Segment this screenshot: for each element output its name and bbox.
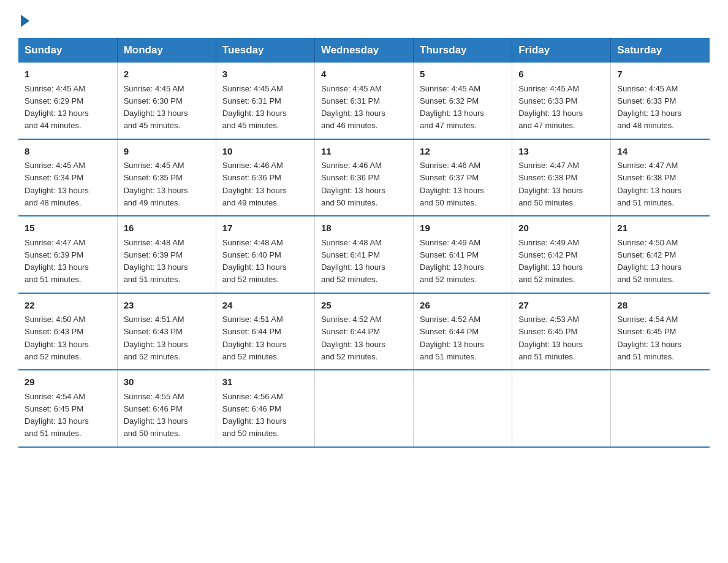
day-info: Sunrise: 4:49 AMSunset: 6:41 PMDaylight:… (420, 238, 484, 285)
calendar-cell: 2Sunrise: 4:45 AMSunset: 6:30 PMDaylight… (117, 63, 216, 139)
calendar-cell: 23Sunrise: 4:51 AMSunset: 6:43 PMDayligh… (117, 293, 216, 370)
day-info: Sunrise: 4:47 AMSunset: 6:38 PMDaylight:… (617, 161, 681, 207)
header-monday: Monday (117, 38, 216, 63)
day-number: 13 (518, 145, 604, 159)
day-info: Sunrise: 4:46 AMSunset: 6:37 PMDaylight:… (420, 161, 484, 207)
calendar-cell: 3Sunrise: 4:45 AMSunset: 6:31 PMDaylight… (216, 63, 314, 139)
day-info: Sunrise: 4:52 AMSunset: 6:44 PMDaylight:… (321, 315, 385, 361)
calendar-header-row: SundayMondayTuesdayWednesdayThursdayFrid… (18, 38, 710, 63)
header-tuesday: Tuesday (216, 38, 314, 63)
day-info: Sunrise: 4:50 AMSunset: 6:43 PMDaylight:… (25, 315, 89, 361)
calendar-cell: 16Sunrise: 4:48 AMSunset: 6:39 PMDayligh… (117, 216, 216, 293)
header-sunday: Sunday (18, 38, 117, 63)
day-number: 21 (617, 221, 703, 236)
day-number: 5 (420, 67, 506, 82)
calendar-cell: 8Sunrise: 4:45 AMSunset: 6:34 PMDaylight… (18, 139, 117, 216)
day-number: 17 (222, 221, 308, 236)
calendar-cell: 9Sunrise: 4:45 AMSunset: 6:35 PMDaylight… (117, 139, 216, 216)
day-number: 31 (222, 375, 308, 389)
day-number: 29 (25, 375, 111, 389)
day-info: Sunrise: 4:45 AMSunset: 6:32 PMDaylight:… (420, 84, 484, 131)
calendar-week-row: 1Sunrise: 4:45 AMSunset: 6:29 PMDaylight… (18, 63, 710, 139)
day-info: Sunrise: 4:45 AMSunset: 6:30 PMDaylight:… (124, 84, 188, 131)
day-info: Sunrise: 4:45 AMSunset: 6:29 PMDaylight:… (25, 84, 89, 131)
day-info: Sunrise: 4:54 AMSunset: 6:45 PMDaylight:… (617, 315, 681, 361)
day-number: 14 (617, 145, 703, 159)
calendar-cell: 1Sunrise: 4:45 AMSunset: 6:29 PMDaylight… (18, 63, 117, 139)
day-number: 23 (124, 299, 210, 313)
day-number: 19 (420, 221, 506, 236)
day-number: 20 (518, 221, 604, 236)
calendar-cell: 12Sunrise: 4:46 AMSunset: 6:37 PMDayligh… (414, 139, 512, 216)
day-number: 18 (321, 221, 407, 236)
day-info: Sunrise: 4:48 AMSunset: 6:41 PMDaylight:… (321, 238, 385, 285)
day-info: Sunrise: 4:48 AMSunset: 6:40 PMDaylight:… (222, 238, 287, 285)
page-header (18, 12, 710, 27)
calendar-cell: 25Sunrise: 4:52 AMSunset: 6:44 PMDayligh… (314, 293, 413, 370)
calendar-cell: 27Sunrise: 4:53 AMSunset: 6:45 PMDayligh… (512, 293, 611, 370)
day-number: 27 (518, 299, 604, 313)
calendar-cell (314, 370, 413, 447)
day-number: 2 (124, 67, 210, 82)
day-info: Sunrise: 4:45 AMSunset: 6:31 PMDaylight:… (222, 84, 287, 131)
day-info: Sunrise: 4:51 AMSunset: 6:44 PMDaylight:… (222, 315, 287, 361)
calendar-cell: 26Sunrise: 4:52 AMSunset: 6:44 PMDayligh… (414, 293, 512, 370)
day-info: Sunrise: 4:45 AMSunset: 6:34 PMDaylight:… (25, 161, 89, 207)
day-number: 3 (222, 67, 308, 82)
calendar-week-row: 29Sunrise: 4:54 AMSunset: 6:45 PMDayligh… (18, 370, 710, 447)
day-number: 1 (25, 67, 111, 82)
logo (18, 12, 29, 27)
calendar-week-row: 15Sunrise: 4:47 AMSunset: 6:39 PMDayligh… (18, 216, 710, 293)
calendar-cell: 24Sunrise: 4:51 AMSunset: 6:44 PMDayligh… (216, 293, 314, 370)
day-info: Sunrise: 4:54 AMSunset: 6:45 PMDaylight:… (25, 392, 89, 439)
calendar-week-row: 8Sunrise: 4:45 AMSunset: 6:34 PMDaylight… (18, 139, 710, 216)
calendar-cell: 19Sunrise: 4:49 AMSunset: 6:41 PMDayligh… (414, 216, 512, 293)
day-number: 12 (420, 145, 506, 159)
day-number: 16 (124, 221, 210, 236)
header-friday: Friday (512, 38, 611, 63)
day-number: 6 (518, 67, 604, 82)
header-saturday: Saturday (611, 38, 710, 63)
day-info: Sunrise: 4:47 AMSunset: 6:39 PMDaylight:… (25, 238, 89, 285)
calendar-cell: 17Sunrise: 4:48 AMSunset: 6:40 PMDayligh… (216, 216, 314, 293)
calendar-cell: 15Sunrise: 4:47 AMSunset: 6:39 PMDayligh… (18, 216, 117, 293)
day-number: 24 (222, 299, 308, 313)
day-info: Sunrise: 4:45 AMSunset: 6:35 PMDaylight:… (124, 161, 188, 207)
calendar-week-row: 22Sunrise: 4:50 AMSunset: 6:43 PMDayligh… (18, 293, 710, 370)
calendar-cell: 22Sunrise: 4:50 AMSunset: 6:43 PMDayligh… (18, 293, 117, 370)
calendar-cell: 21Sunrise: 4:50 AMSunset: 6:42 PMDayligh… (611, 216, 710, 293)
day-number: 10 (222, 145, 308, 159)
calendar-cell: 20Sunrise: 4:49 AMSunset: 6:42 PMDayligh… (512, 216, 611, 293)
calendar-cell (512, 370, 611, 447)
day-number: 7 (617, 67, 703, 82)
calendar-cell: 29Sunrise: 4:54 AMSunset: 6:45 PMDayligh… (18, 370, 117, 447)
day-info: Sunrise: 4:47 AMSunset: 6:38 PMDaylight:… (518, 161, 583, 207)
day-info: Sunrise: 4:45 AMSunset: 6:31 PMDaylight:… (321, 84, 385, 131)
day-number: 8 (25, 145, 111, 159)
day-number: 11 (321, 145, 407, 159)
day-info: Sunrise: 4:52 AMSunset: 6:44 PMDaylight:… (420, 315, 484, 361)
day-info: Sunrise: 4:45 AMSunset: 6:33 PMDaylight:… (518, 84, 583, 131)
day-info: Sunrise: 4:53 AMSunset: 6:45 PMDaylight:… (518, 315, 583, 361)
day-number: 9 (124, 145, 210, 159)
day-info: Sunrise: 4:46 AMSunset: 6:36 PMDaylight:… (222, 161, 287, 207)
day-number: 28 (617, 299, 703, 313)
calendar-cell: 4Sunrise: 4:45 AMSunset: 6:31 PMDaylight… (314, 63, 413, 139)
day-number: 25 (321, 299, 407, 313)
calendar-cell (414, 370, 512, 447)
calendar-cell: 10Sunrise: 4:46 AMSunset: 6:36 PMDayligh… (216, 139, 314, 216)
day-number: 26 (420, 299, 506, 313)
calendar-table: SundayMondayTuesdayWednesdayThursdayFrid… (18, 38, 710, 448)
day-info: Sunrise: 4:46 AMSunset: 6:36 PMDaylight:… (321, 161, 385, 207)
calendar-cell (611, 370, 710, 447)
calendar-cell: 6Sunrise: 4:45 AMSunset: 6:33 PMDaylight… (512, 63, 611, 139)
calendar-cell: 18Sunrise: 4:48 AMSunset: 6:41 PMDayligh… (314, 216, 413, 293)
calendar-cell: 7Sunrise: 4:45 AMSunset: 6:33 PMDaylight… (611, 63, 710, 139)
calendar-cell: 14Sunrise: 4:47 AMSunset: 6:38 PMDayligh… (611, 139, 710, 216)
logo-arrow-icon (21, 15, 29, 27)
day-info: Sunrise: 4:48 AMSunset: 6:39 PMDaylight:… (124, 238, 188, 285)
day-info: Sunrise: 4:45 AMSunset: 6:33 PMDaylight:… (617, 84, 681, 131)
calendar-cell: 11Sunrise: 4:46 AMSunset: 6:36 PMDayligh… (314, 139, 413, 216)
day-number: 4 (321, 67, 407, 82)
day-info: Sunrise: 4:55 AMSunset: 6:46 PMDaylight:… (124, 392, 188, 439)
